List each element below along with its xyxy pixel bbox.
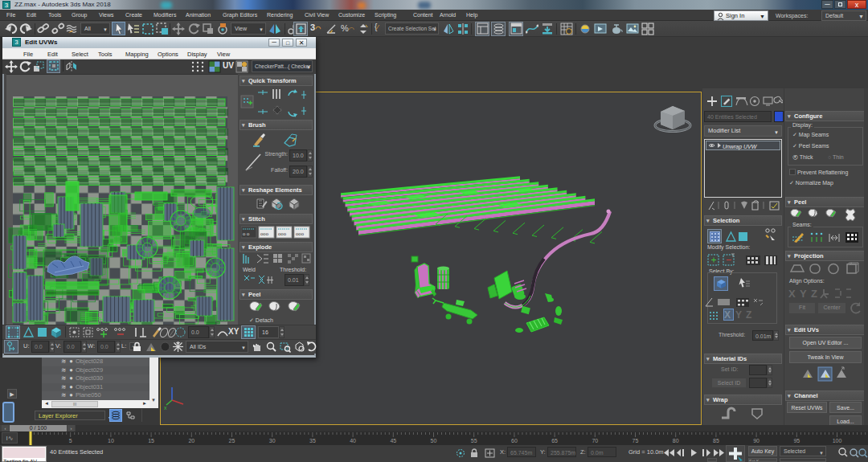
svg-text:55: 55 (471, 438, 477, 444)
svg-text:85: 85 (713, 438, 719, 444)
svg-text:20: 20 (188, 438, 194, 444)
svg-text:65: 65 (551, 438, 558, 444)
svg-text:5: 5 (69, 438, 72, 444)
svg-text:30: 30 (269, 438, 276, 444)
svg-text:50: 50 (431, 438, 437, 444)
svg-text:25: 25 (229, 438, 235, 444)
svg-text:35: 35 (309, 438, 316, 444)
svg-text:10: 10 (108, 438, 114, 444)
svg-text:45: 45 (390, 438, 396, 444)
svg-text:75: 75 (633, 438, 639, 444)
svg-text:Z: Z (811, 288, 817, 300)
svg-text:ooo: ooo (278, 231, 287, 236)
svg-text:90: 90 (753, 438, 760, 444)
svg-text:95: 95 (793, 438, 800, 444)
svg-text:100: 100 (833, 438, 842, 444)
svg-text:x: x (164, 405, 167, 411)
svg-text:X: X (788, 288, 796, 300)
svg-text:o o: o o (243, 231, 250, 236)
svg-text:15: 15 (148, 438, 154, 444)
svg-text:ooo: ooo (260, 231, 269, 236)
svg-text:40: 40 (350, 438, 356, 444)
svg-text:80: 80 (673, 438, 679, 444)
svg-text:60: 60 (511, 438, 518, 444)
svg-text:ooo: ooo (296, 231, 305, 236)
svg-text:Y: Y (800, 288, 807, 300)
svg-text:70: 70 (592, 438, 598, 444)
